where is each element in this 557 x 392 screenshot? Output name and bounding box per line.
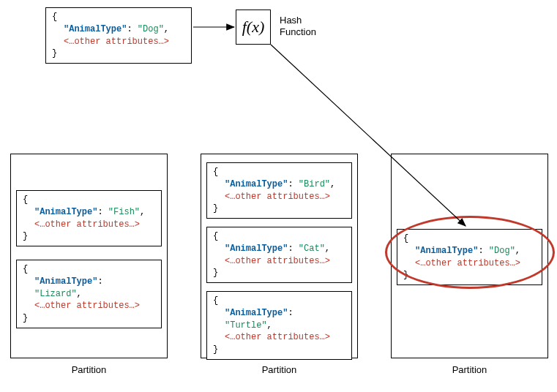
- partition-item: { "AnimalType": "Fish", <…other attribut…: [16, 190, 162, 246]
- partition-item: { "AnimalType": "Bird", <…other attribut…: [206, 162, 352, 219]
- input-json-box: { "AnimalType": "Dog", <…other attribute…: [45, 7, 192, 64]
- hash-function-label: Hash Function: [280, 15, 316, 37]
- partition-item: { "AnimalType": "Turtle", <…other attrib…: [206, 291, 352, 360]
- partition-label: Partition: [201, 364, 358, 375]
- partition-label: Partition: [391, 364, 548, 375]
- hash-function-box: f(x): [236, 10, 271, 45]
- json-value: "Dog": [138, 24, 164, 34]
- partition-item: { "AnimalType": "Lizard", <…other attrib…: [16, 260, 162, 328]
- partition-item: { "AnimalType": "Cat", <…other attribute…: [206, 227, 352, 283]
- partition-item: { "AnimalType": "Dog", <…other attribute…: [397, 229, 542, 285]
- brace-close: }: [52, 48, 57, 59]
- partition-label: Partition: [10, 364, 168, 375]
- json-other: <…other attributes…>: [64, 37, 169, 47]
- json-key: "AnimalType": [64, 24, 127, 34]
- brace-open: {: [52, 12, 57, 22]
- hash-symbol: f(x): [242, 18, 265, 37]
